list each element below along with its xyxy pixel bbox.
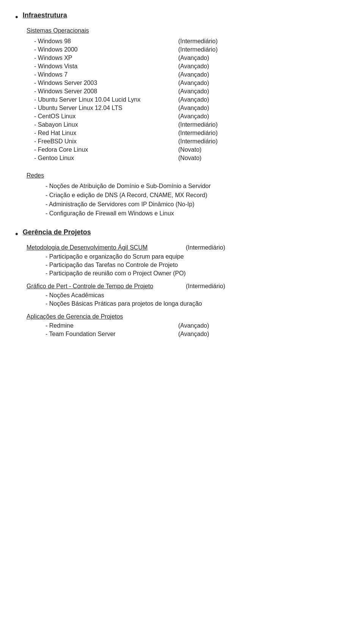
item-label: - Red Hat Linux — [34, 130, 178, 137]
redes-items: - Noções de Atribuição de Domínio e Sub-… — [38, 183, 349, 217]
gerencia-projetos-title: Gerência de Projetos — [23, 228, 91, 236]
aplicacoes-block: Aplicações de Gerencia de Projetos - Red… — [27, 313, 349, 338]
bullet-dot-gerencia: • — [15, 229, 18, 239]
list-item: - Participação e organização do Scrum pa… — [42, 253, 349, 260]
list-item: - Ubuntu Server Linux 12.04 LTS (Avançad… — [27, 105, 349, 111]
list-item: - Red Hat Linux (Intermediário) — [27, 130, 349, 137]
aplicacoes-sub-items: - Redmine (Avançado) - Team Foundation S… — [27, 322, 349, 338]
item-label: - Windows Server 2003 — [34, 80, 178, 86]
list-item: - Fedora Core Linux (Novato) — [27, 146, 349, 153]
scum-row: Metodologia de Desenvolvimento Ágil SCUM… — [27, 244, 349, 251]
scum-sub-items: - Participação e organização do Scrum pa… — [27, 253, 349, 277]
list-item: - Gentoo Linux (Novato) — [27, 155, 349, 162]
list-item: - Criação e edição de DNS (A Record, CNA… — [38, 192, 349, 199]
list-item: - FreeBSD Unix (Intermediário) — [27, 138, 349, 145]
infraestrutura-section: • Infraestrutura Sistemas Operacionais -… — [15, 11, 349, 217]
list-item: - Windows Server 2003 (Avançado) — [27, 80, 349, 86]
item-label: - Windows Vista — [34, 63, 178, 70]
aplicacoes-row: Aplicações de Gerencia de Projetos — [27, 313, 349, 320]
list-item: - Noções de Atribuição de Domínio e Sub-… — [38, 183, 349, 190]
item-level: (Avançado) — [178, 322, 209, 329]
list-item: - Windows Vista (Avançado) — [27, 63, 349, 70]
redes-subsection: Redes - Noções de Atribuição de Domínio … — [27, 172, 349, 217]
item-label: - CentOS Linux — [34, 113, 178, 120]
sistemas-operacionais-subsection: Sistemas Operacionais - Windows 98 (Inte… — [27, 27, 349, 162]
pert-block: Gráfico de Pert - Controle de Tempo de P… — [27, 283, 349, 307]
list-item: - Windows 2000 (Intermediário) — [27, 46, 349, 53]
scum-block: Metodologia de Desenvolvimento Ágil SCUM… — [27, 244, 349, 277]
aplicacoes-title: Aplicações de Gerencia de Projetos — [27, 313, 123, 320]
item-label: - Windows 2000 — [34, 46, 178, 53]
infraestrutura-header: • Infraestrutura — [15, 11, 349, 22]
gerencia-projetos-content: Metodologia de Desenvolvimento Ágil SCUM… — [27, 244, 349, 338]
item-label: - Windows Server 2008 — [34, 88, 178, 95]
item-label: - Sabayon Linux — [34, 121, 178, 128]
list-item: - CentOS Linux (Avançado) — [27, 113, 349, 120]
item-label: - Ubuntu Server Linux 12.04 LTS — [34, 105, 178, 111]
gerencia-projetos-header: • Gerência de Projetos — [15, 228, 349, 239]
list-item: - Windows Server 2008 (Avançado) — [27, 88, 349, 95]
item-label: - Fedora Core Linux — [34, 146, 178, 153]
gerencia-projetos-section: • Gerência de Projetos Metodologia de De… — [15, 228, 349, 338]
pert-sub-items: - Noções Acadêmicas - Noções Básicas Prá… — [27, 292, 349, 307]
item-label: - Windows 98 — [34, 38, 178, 45]
scum-title: Metodologia de Desenvolvimento Ágil SCUM — [27, 244, 186, 251]
pert-title: Gráfico de Pert - Controle de Tempo de P… — [27, 283, 186, 290]
list-item: - Participação das Tarefas no Controle d… — [42, 262, 349, 269]
item-level: (Avançado) — [178, 113, 209, 120]
item-level: (Avançado) — [178, 55, 209, 61]
pert-row: Gráfico de Pert - Controle de Tempo de P… — [27, 283, 349, 290]
list-item: - Participação de reunião com o Project … — [42, 270, 349, 277]
item-level: (Avançado) — [178, 105, 209, 111]
list-item: - Windows XP (Avançado) — [27, 55, 349, 61]
redes-title: Redes — [27, 172, 349, 179]
item-label: - Windows XP — [34, 55, 178, 61]
item-level: (Intermediário) — [178, 46, 218, 53]
bullet-dot-infraestrutura: • — [15, 12, 18, 22]
sistemas-operacionais-title: Sistemas Operacionais — [27, 27, 349, 34]
list-item: - Windows 98 (Intermediário) — [27, 38, 349, 45]
list-item: - Noções Básicas Práticas para projetos … — [42, 300, 349, 307]
list-item: - Configuração de Firewall em Windows e … — [38, 210, 349, 217]
item-level: (Novato) — [178, 155, 201, 162]
item-level: (Avançado) — [178, 71, 209, 78]
item-level: (Avançado) — [178, 88, 209, 95]
list-item: - Administração de Servidores com IP Din… — [38, 201, 349, 208]
scum-level: (Intermediário) — [186, 244, 225, 251]
item-level: (Avançado) — [178, 96, 209, 103]
item-level: (Novato) — [178, 146, 201, 153]
list-item: - Ubuntu Server Linux 10.04 Lucid Lynx (… — [27, 96, 349, 103]
item-label: - FreeBSD Unix — [34, 138, 178, 145]
item-label: - Ubuntu Server Linux 10.04 Lucid Lynx — [34, 96, 178, 103]
item-level: (Intermediário) — [178, 130, 218, 137]
item-level: (Avançado) — [178, 80, 209, 86]
item-level: (Intermediário) — [178, 138, 218, 145]
pert-level: (Intermediário) — [186, 283, 225, 290]
list-item: - Team Foundation Server (Avançado) — [42, 331, 349, 338]
infraestrutura-title: Infraestrutura — [23, 11, 67, 19]
list-item: - Redmine (Avançado) — [42, 322, 349, 329]
list-item: - Sabayon Linux (Intermediário) — [27, 121, 349, 128]
item-label: - Gentoo Linux — [34, 155, 178, 162]
item-level: (Intermediário) — [178, 38, 218, 45]
list-item: - Noções Acadêmicas — [42, 292, 349, 299]
item-label: - Team Foundation Server — [46, 331, 178, 338]
item-level: (Avançado) — [178, 331, 209, 338]
item-label: - Windows 7 — [34, 71, 178, 78]
item-label: - Redmine — [46, 322, 178, 329]
list-item: - Windows 7 (Avançado) — [27, 71, 349, 78]
item-level: (Intermediário) — [178, 121, 218, 128]
item-level: (Avançado) — [178, 63, 209, 70]
